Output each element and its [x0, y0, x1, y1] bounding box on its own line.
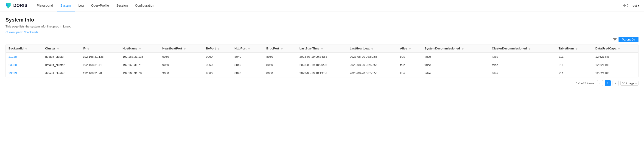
cell-hostname: 192.168.31.136	[120, 53, 160, 61]
cell-cluster: default_cluster	[42, 53, 80, 61]
cell-http_port: 8040	[232, 61, 264, 69]
cell-http_port: 8040	[232, 53, 264, 61]
cell-system_decommissioned: false	[422, 69, 489, 77]
col-backend-id[interactable]: BackendId	[6, 44, 42, 53]
cell-last_heartbeat: 2023-08-20 08:50:56	[347, 53, 397, 61]
cell-brpc_port: 8060	[264, 53, 297, 61]
cell-heartbeat_port: 9050	[160, 61, 203, 69]
sort-icon-tablet-num	[576, 48, 578, 50]
cell-tablet_num: 211	[556, 69, 592, 77]
col-cluster-decommissioned[interactable]: ClusterDecommissioned	[489, 44, 556, 53]
data-table: BackendId Cluster IP HostName	[6, 44, 638, 77]
sort-icon-last-start-time	[321, 48, 323, 50]
sort-icon-cluster-decommissioned	[528, 48, 530, 50]
cell-tablet_num: 211	[556, 61, 592, 69]
page-size-selector[interactable]: 30 / page ▾	[620, 81, 638, 86]
table-row: 23030default_cluster192.168.31.71192.168…	[6, 61, 638, 69]
cell-system_decommissioned: false	[422, 61, 489, 69]
cell-last_start_time: 2023-08-19 09:34:53	[297, 53, 347, 61]
parent-dir-button[interactable]: Parent Dir	[618, 37, 638, 42]
user-name: root	[632, 4, 637, 7]
sort-icon-system-decommissioned	[462, 48, 464, 50]
doris-logo-icon	[4, 2, 12, 9]
cell-hostname: 192.168.31.71	[120, 61, 160, 69]
cell-system_decommissioned: false	[422, 53, 489, 61]
sort-icon-last-heartbeat	[371, 48, 373, 50]
cell-heartbeat_port: 9050	[160, 53, 203, 61]
user-dropdown-icon: ▾	[638, 4, 640, 7]
cell-cluster_decommissioned: false	[489, 61, 556, 69]
pagination: 1-3 of 3 items ‹ 1 › 30 / page ▾	[6, 77, 638, 87]
pagination-prev-button[interactable]: ‹	[597, 80, 603, 86]
col-cluster[interactable]: Cluster	[42, 44, 80, 53]
cell-be_port: 9060	[203, 69, 232, 77]
backends-table: BackendId Cluster IP HostName	[6, 44, 638, 77]
col-http-port[interactable]: HttpPort	[232, 44, 264, 53]
pagination-next-button[interactable]: ›	[612, 80, 618, 86]
cell-ip: 192.168.31.78	[80, 69, 120, 77]
nav-item-system[interactable]: System	[57, 0, 75, 11]
table-row: 23029default_cluster192.168.31.78192.168…	[6, 69, 638, 77]
cell-be_port: 9060	[203, 53, 232, 61]
cell-alive: true	[397, 53, 422, 61]
cell-last_start_time: 2023-08-19 10:20:05	[297, 61, 347, 69]
cell-be_port: 9060	[203, 61, 232, 69]
sort-icon-be-port	[218, 48, 220, 50]
col-be-port[interactable]: BePort	[203, 44, 232, 53]
col-ip[interactable]: IP	[80, 44, 120, 53]
nav-item-queryprofile[interactable]: QueryProfile	[88, 0, 113, 11]
main-content: System Info This page lists the system i…	[0, 11, 644, 91]
user-menu-button[interactable]: root ▾	[632, 4, 640, 7]
nav-item-log[interactable]: Log	[75, 0, 88, 11]
sort-icon-alive	[409, 48, 411, 50]
col-heartbeat-port[interactable]: HeartbeatPort	[160, 44, 203, 53]
filter-icon[interactable]	[613, 38, 617, 41]
toolbar: Parent Dir	[6, 37, 638, 42]
current-path[interactable]: Current path: //backends	[6, 30, 638, 34]
sort-icon-http-port	[248, 48, 250, 50]
nav-item-playground[interactable]: Playground	[33, 0, 57, 11]
cell-backend_id[interactable]: 23030	[6, 61, 42, 69]
cell-cluster: default_cluster	[42, 69, 80, 77]
language-button[interactable]: 中文	[623, 4, 629, 8]
sort-icon-backend-id	[25, 48, 27, 50]
cell-backend_id[interactable]: 21228	[6, 53, 42, 61]
cell-data_used_capa: 12.621 KB	[592, 61, 638, 69]
page-description: This page lists the system info, like /p…	[6, 25, 638, 28]
col-hostname[interactable]: HostName	[120, 44, 160, 53]
sort-icon-brpc-port	[281, 48, 283, 50]
cell-alive: true	[397, 69, 422, 77]
nav-items: Playground System Log QueryProfile Sessi…	[33, 0, 623, 11]
col-alive[interactable]: Alive	[397, 44, 422, 53]
cell-data_used_capa: 12.621 KB	[592, 69, 638, 77]
page-size-value: 30 / page	[622, 82, 634, 85]
navbar: DORIS Playground System Log QueryProfile…	[0, 0, 644, 11]
col-last-heartbeat[interactable]: LastHeartbeat	[347, 44, 397, 53]
nav-item-session[interactable]: Session	[113, 0, 132, 11]
sort-icon-ip	[88, 48, 89, 50]
nav-right: 中文 root ▾	[623, 4, 640, 8]
nav-item-configuration[interactable]: Configuration	[132, 0, 158, 11]
col-brpc-port[interactable]: BrpcPort	[264, 44, 297, 53]
sort-icon-cluster	[57, 48, 59, 50]
pagination-summary: 1-3 of 3 items	[576, 82, 594, 85]
sort-icon-heartbeat-port	[184, 48, 186, 50]
cell-ip: 192.168.31.136	[80, 53, 120, 61]
sort-icon-data-used-capa	[618, 48, 620, 50]
col-last-start-time[interactable]: LastStartTime	[297, 44, 347, 53]
col-data-used-capa[interactable]: DataUsedCapa	[592, 44, 638, 53]
cell-cluster: default_cluster	[42, 61, 80, 69]
cell-alive: true	[397, 61, 422, 69]
logo: DORIS	[4, 2, 28, 9]
table-body: 21228default_cluster192.168.31.136192.16…	[6, 53, 638, 77]
pagination-page-1-button[interactable]: 1	[605, 80, 611, 86]
cell-http_port: 8040	[232, 69, 264, 77]
col-system-decommissioned[interactable]: SystemDecommissioned	[422, 44, 489, 53]
table-row: 21228default_cluster192.168.31.136192.16…	[6, 53, 638, 61]
cell-backend_id[interactable]: 23029	[6, 69, 42, 77]
page-desc-text: This page lists the system info, like /p…	[6, 25, 71, 28]
col-tablet-num[interactable]: TabletNum	[556, 44, 592, 53]
sort-icon-hostname	[139, 48, 141, 50]
cell-cluster_decommissioned: false	[489, 69, 556, 77]
cell-brpc_port: 8060	[264, 61, 297, 69]
